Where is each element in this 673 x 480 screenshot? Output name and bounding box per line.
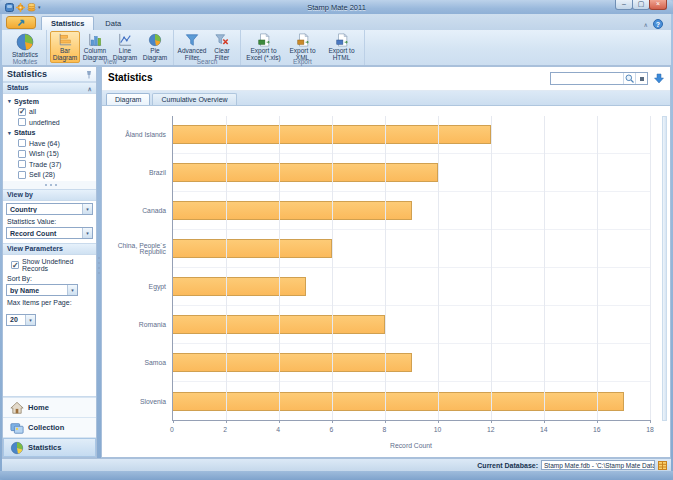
current-database-value[interactable]: Stamp Mate.fdb - 'C:\Stamp Mate Datab [541,460,655,470]
chart-row [173,192,650,230]
tree-item-trade-37[interactable]: Trade (37) [3,159,96,170]
home-icon [10,401,24,415]
tree-item-sell-28[interactable]: Sell (28) [3,170,96,181]
sidebar-empty-area [3,327,96,396]
gridline [332,116,333,420]
search-icon[interactable] [623,73,635,84]
checkbox-wish-15[interactable] [18,150,26,158]
category-label: Egypt [102,269,166,307]
search-options-button[interactable] [635,73,647,84]
help-icon[interactable]: ? [653,19,663,29]
category-label: Romania [102,307,166,345]
axis-tick [650,420,651,423]
minimize-button[interactable]: – [615,0,633,10]
view-by-panel-header: View by [3,189,96,201]
chart-xaxis-title: Record Count [172,442,650,449]
axis-tick-label: 2 [223,426,227,433]
show-undefined-checkbox[interactable] [11,261,19,269]
view-by-dropdown[interactable]: Country ▾ [6,203,93,215]
ribbon-tabs: StatisticsData [41,16,132,30]
application-menu-button[interactable] [6,16,36,29]
axis-tick-label: 0 [170,426,174,433]
checkbox-trade-37[interactable] [18,160,26,168]
tab-diagram[interactable]: Diagram [106,93,150,105]
nav-label: Home [28,403,49,412]
ribbon-tab-row: StatisticsData ∧ ? [2,14,671,30]
close-button[interactable]: × [649,0,667,10]
sidebar-item-home[interactable]: Home [3,397,96,417]
pin-icon[interactable] [85,70,93,79]
chevron-down-icon[interactable]: ▾ [82,204,92,214]
chart-row [173,382,650,420]
sidebar-splitter[interactable] [3,181,96,189]
chevron-down-icon[interactable]: ▾ [67,285,77,295]
database-grid-icon[interactable] [658,461,667,470]
checkbox-all[interactable] [18,108,26,116]
chart-row [173,344,650,382]
bar-canada[interactable] [173,201,412,220]
bar-slovenia[interactable] [173,392,624,411]
axis-tick [279,420,280,423]
sidebar-item-collection[interactable]: Collection [3,417,96,437]
checkbox-sell-28[interactable] [18,171,26,179]
tab-cumulative-overview[interactable]: Cumulative Overview [152,93,236,105]
collection-icon [10,421,24,435]
chevron-down-icon[interactable]: ▾ [25,315,35,325]
sidebar-title: Statistics [3,67,96,82]
chart-row [173,268,650,306]
tree-item-have-64[interactable]: Have (64) [3,138,96,149]
tab-data[interactable]: Data [95,16,131,30]
chart-rows [173,116,650,420]
category-label: Åland Islands [102,116,166,154]
status-filter-tree: ▾Systemallundefined▾StatusHave (64)Wish … [3,94,96,181]
tree-item-wish-15[interactable]: Wish (15) [3,149,96,160]
tree-item-undefined[interactable]: undefined [3,117,96,128]
app-menu-arrow-icon [17,18,26,27]
maximize-button[interactable]: ▢ [632,0,650,10]
statistics-value-value: Record Count [7,230,82,237]
ribbon-group-label: Search [174,58,240,65]
axis-tick-label: 12 [487,426,495,433]
search-input[interactable] [551,73,623,84]
title-bar: ▾ Stamp Mate 2011 – ▢ × [0,0,673,14]
chevron-down-icon[interactable]: ▾ [82,228,92,238]
expander-icon[interactable]: ▾ [5,130,14,136]
chart-row [173,306,650,344]
ribbon-group-label: View [47,58,173,65]
status-bar: Current Database: Stamp Mate.fdb - 'C:\S… [2,458,671,471]
tree-group-label: Status [14,129,35,136]
view-parameters-panel-header: View Parameters [3,243,96,255]
bar-samoa[interactable] [173,353,412,372]
statistics-value-dropdown[interactable]: Record Count ▾ [6,227,93,239]
collapse-ribbon-icon[interactable]: ∧ [644,21,648,28]
category-label: Canada [102,192,166,230]
axis-tick-label: 14 [540,426,548,433]
export-arrow-icon[interactable] [654,73,664,84]
tree-item-label: Sell (28) [29,171,55,178]
tree-group-status[interactable]: ▾Status [3,128,96,139]
sort-by-dropdown[interactable]: by Name ▾ [6,284,78,296]
max-items-value: 20 [7,316,25,323]
advanced-filter-icon [185,33,199,47]
tree-group-system[interactable]: ▾System [3,96,96,107]
bar-egypt[interactable] [173,277,306,296]
sidebar-item-statistics[interactable]: Statistics [3,437,96,457]
bar-china-people-s-republic[interactable] [173,239,332,258]
checkbox-undefined[interactable] [18,118,26,126]
status-panel-header[interactable]: Status ∧ [3,82,96,94]
export-excel-icon [257,33,271,47]
show-undefined-records-row[interactable]: Show Undefined Records [11,258,92,272]
search-box [550,72,648,85]
scrollbar-track[interactable] [662,116,667,421]
tree-item-all[interactable]: all [3,107,96,118]
tab-statistics[interactable]: Statistics [41,16,94,30]
bar-brazil[interactable] [173,163,438,182]
view-by-value: Country [7,206,82,213]
collapse-panel-icon[interactable]: ∧ [88,85,92,92]
nav-statistics-pie-icon [10,441,24,455]
category-label: Samoa [102,345,166,383]
checkbox-have-64[interactable] [18,139,26,147]
expander-icon[interactable]: ▾ [5,98,14,104]
main-tabs: DiagramCumulative Overview [102,91,670,106]
max-items-dropdown[interactable]: 20 ▾ [6,314,36,326]
